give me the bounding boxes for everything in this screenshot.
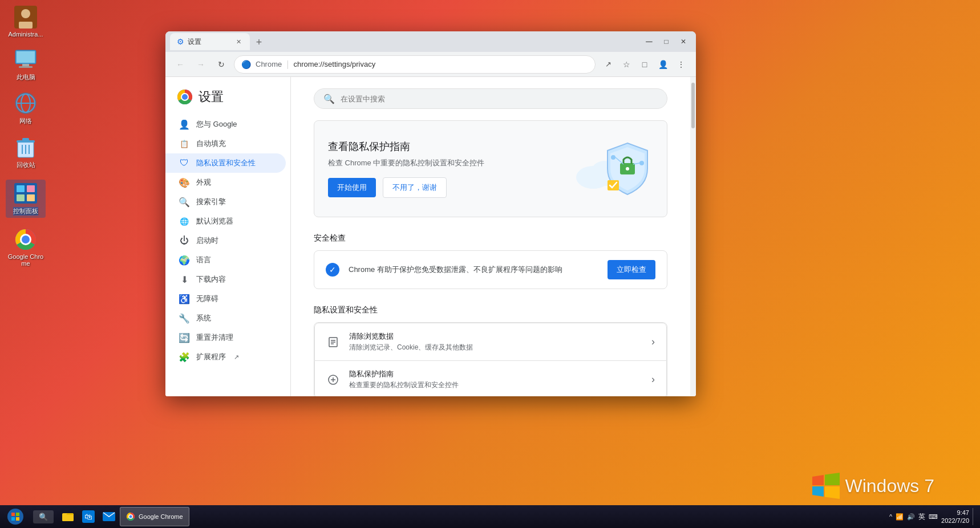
- clock-date: 2022/7/20: [941, 517, 969, 525]
- tray-expand-icon[interactable]: ^: [889, 513, 892, 520]
- desktop-icon-network[interactable]: 网络: [6, 92, 46, 125]
- sidebar-label-a11y: 无障碍: [196, 294, 218, 304]
- svg-point-57: [129, 515, 132, 518]
- sidebar-icon-autofill: 📋: [179, 139, 189, 149]
- taskbar-explorer-btn[interactable]: [58, 507, 78, 526]
- chrome-content: 设置 👤 您与 Google 📋 自动填充 🛡 隐私设置和安全性 🎨: [165, 77, 696, 396]
- chrome-tab-settings[interactable]: ⚙ 设置 ✕: [170, 33, 250, 50]
- svg-rect-19: [27, 185, 35, 192]
- share-btn[interactable]: ↗: [600, 56, 616, 72]
- privacy-guide-arrow-icon: ›: [651, 373, 655, 385]
- sidebar-label-downloads: 下载内容: [196, 274, 226, 285]
- desktop-icon-network-label: 网络: [19, 117, 32, 125]
- btn-dismiss-guide[interactable]: 不用了，谢谢: [383, 177, 447, 198]
- sidebar-item-startup[interactable]: ⏻ 启动时: [165, 231, 286, 250]
- nav-back-btn[interactable]: ←: [172, 56, 188, 72]
- sidebar-item-browser[interactable]: 🌐 默认浏览器: [165, 212, 286, 231]
- extensions-btn[interactable]: □: [637, 56, 653, 72]
- taskbar-store-btn[interactable]: 🛍: [79, 507, 98, 526]
- privacy-items-container: 清除浏览数据 清除浏览记录、Cookie、缓存及其他数据 ›: [314, 322, 667, 396]
- safety-check-section-title: 安全检查: [314, 233, 667, 243]
- clear-browsing-arrow-icon: ›: [651, 336, 655, 348]
- nav-reload-btn[interactable]: ↻: [213, 56, 229, 72]
- start-button[interactable]: [0, 505, 31, 528]
- btn-start-guide[interactable]: 开始使用: [328, 178, 376, 197]
- search-icon: 🔍: [323, 94, 335, 104]
- nav-forward-btn[interactable]: →: [193, 56, 209, 72]
- desktop-icon-recycle-label: 回收站: [17, 161, 35, 169]
- taskbar-chrome-label: Google Chrome: [139, 513, 183, 520]
- desktop-icon-computer[interactable]: 此电脑: [6, 48, 46, 82]
- chrome-tab-close[interactable]: ✕: [234, 37, 243, 46]
- search-input[interactable]: [341, 95, 658, 103]
- privacy-item-clear-browsing[interactable]: 清除浏览数据 清除浏览记录、Cookie、缓存及其他数据 ›: [314, 323, 667, 361]
- sidebar-item-reset[interactable]: 🔄 重置并清理: [165, 328, 286, 347]
- sidebar-label-startup: 启动时: [196, 235, 218, 246]
- settings-scrollbar[interactable]: [690, 77, 696, 396]
- tray-volume-icon[interactable]: 🔊: [907, 513, 915, 521]
- tray-keyboard-icon[interactable]: ⌨: [929, 513, 938, 521]
- sidebar-item-search[interactable]: 🔍 搜索引擎: [165, 192, 286, 212]
- privacy-guide-item-title: 隐私保护指南: [349, 369, 642, 379]
- bookmark-btn[interactable]: ☆: [618, 56, 634, 72]
- svg-rect-21: [27, 194, 35, 201]
- chrome-new-tab-button[interactable]: +: [251, 34, 267, 50]
- desktop-icon-admin[interactable]: Administra...: [6, 6, 46, 38]
- sidebar-icon-language: 🌍: [179, 255, 189, 265]
- desktop-icon-admin-label: Administra...: [8, 31, 43, 38]
- taskbar-search[interactable]: 🔍: [33, 510, 54, 523]
- svg-point-1: [21, 9, 30, 18]
- privacy-guide-description: 检查 Chrome 中重要的隐私控制设置和安全控件: [328, 158, 484, 168]
- sidebar-item-appearance[interactable]: 🎨 外观: [165, 173, 286, 192]
- taskbar-chrome-item[interactable]: Google Chrome: [120, 507, 189, 526]
- desktop-icons: Administra... 此电脑: [6, 6, 46, 267]
- clear-browsing-icon: [326, 335, 340, 349]
- sidebar-icon-browser: 🌐: [179, 216, 189, 226]
- taskbar-mail-btn[interactable]: [99, 507, 119, 526]
- scrollbar-thumb[interactable]: [691, 83, 695, 128]
- taskbar: 🔍 🛍: [0, 505, 980, 528]
- sidebar-icon-downloads: ⬇: [179, 274, 189, 285]
- tray-lang-icon[interactable]: 英: [918, 512, 925, 522]
- chrome-minimize-btn[interactable]: ─: [641, 35, 657, 48]
- site-globe-icon: 🔵: [241, 60, 251, 69]
- svg-point-40: [639, 161, 644, 165]
- taskbar-clock[interactable]: 9:47 2022/7/20: [941, 509, 969, 525]
- sidebar-icon-google: 👤: [179, 119, 189, 129]
- chrome-toolbar-right: ↗ ☆ □ 👤 ⋮: [600, 56, 689, 72]
- chrome-window: ⚙ 设置 ✕ + ─ □ ✕ ← → ↻ 🔵 Chrome | chrome:/…: [165, 31, 696, 396]
- btn-safety-check[interactable]: 立即检查: [608, 260, 655, 279]
- sidebar-item-downloads[interactable]: ⬇ 下载内容: [165, 270, 286, 289]
- profile-btn[interactable]: 👤: [655, 56, 671, 72]
- sidebar-label-reset: 重置并清理: [196, 332, 233, 343]
- chrome-close-btn[interactable]: ✕: [675, 35, 691, 48]
- sidebar-icon-startup: ⏻: [179, 235, 189, 246]
- settings-title: 设置: [199, 88, 224, 105]
- sidebar-item-autofill[interactable]: 📋 自动填充: [165, 134, 286, 153]
- sidebar-item-system[interactable]: 🔧 系统: [165, 308, 286, 328]
- chrome-restore-btn[interactable]: □: [658, 35, 674, 48]
- svg-point-36: [626, 167, 629, 170]
- clear-browsing-title: 清除浏览数据: [349, 331, 642, 342]
- privacy-section-title: 隐私设置和安全性: [314, 305, 667, 315]
- desktop-icon-chrome[interactable]: Google Chrome: [6, 228, 46, 267]
- desktop-icon-recycle[interactable]: 回收站: [6, 136, 46, 169]
- desktop-icon-computer-label: 此电脑: [17, 73, 35, 82]
- sidebar-item-language[interactable]: 🌍 语言: [165, 250, 286, 270]
- tray-network-icon[interactable]: 📶: [896, 513, 904, 521]
- sidebar-item-google[interactable]: 👤 您与 Google: [165, 115, 286, 134]
- svg-rect-13: [22, 138, 29, 141]
- windows-title: Windows 7: [845, 476, 935, 497]
- settings-search-bar[interactable]: 🔍: [314, 88, 667, 109]
- chrome-menu-btn[interactable]: ⋮: [673, 56, 689, 72]
- tray-show-desktop[interactable]: [973, 508, 975, 525]
- svg-rect-20: [17, 194, 25, 201]
- sidebar-item-privacy[interactable]: 🛡 隐私设置和安全性: [165, 153, 286, 173]
- chrome-titlebar: ⚙ 设置 ✕ + ─ □ ✕: [165, 31, 696, 52]
- sidebar-item-extensions[interactable]: 🧩 扩展程序 ↗: [165, 347, 286, 367]
- desktop-icon-controlpanel[interactable]: 控制面板: [6, 180, 46, 218]
- address-bar[interactable]: 🔵 Chrome | chrome://settings/privacy: [234, 55, 596, 74]
- privacy-item-guide[interactable]: 隐私保护指南 检查重要的隐私控制设置和安全控件 ›: [314, 361, 667, 396]
- sidebar-item-a11y[interactable]: ♿ 无障碍: [165, 289, 286, 308]
- svg-rect-51: [62, 515, 74, 521]
